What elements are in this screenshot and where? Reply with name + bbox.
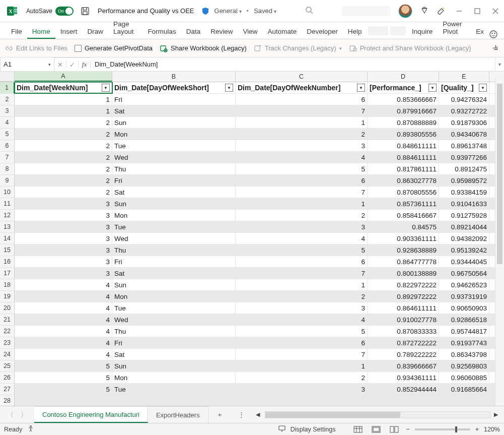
table-row[interactable]: 3Thu50.9286388890.95139242 — [15, 244, 504, 256]
cell[interactable]: 2 — [236, 291, 368, 302]
cell[interactable]: 3 — [236, 140, 368, 151]
cell[interactable]: 0.91041633 — [439, 198, 489, 209]
cell[interactable]: 0.91937743 — [439, 337, 489, 348]
cell[interactable]: Mon — [112, 372, 236, 383]
cell[interactable]: 0.903361111 — [368, 233, 439, 244]
table-row[interactable]: 2Tue30.8486111110.89613748 — [15, 140, 504, 152]
row-header[interactable]: 8 — [0, 163, 15, 175]
table-row[interactable]: 4Wed40.9100277780.92866518 — [15, 314, 504, 326]
row-header[interactable]: 15 — [0, 244, 15, 256]
cell[interactable]: 6 — [236, 94, 368, 105]
cell[interactable]: 7 — [236, 349, 368, 360]
row-header[interactable]: 6 — [0, 140, 15, 152]
cell[interactable]: 4 — [15, 326, 112, 337]
ribbon-more-icon[interactable] — [491, 43, 499, 53]
tab-data[interactable]: Data — [181, 25, 206, 39]
cell[interactable]: 3 — [15, 210, 112, 221]
cell[interactable]: Thu — [112, 244, 236, 256]
cell[interactable]: 4 — [236, 233, 368, 244]
scroll-right-icon[interactable]: ▶ — [494, 411, 500, 418]
cell[interactable]: Tue — [112, 302, 236, 314]
cell[interactable]: 3 — [15, 256, 112, 267]
table-row[interactable]: 3Sun10.8573611110.91041633 — [15, 198, 504, 210]
cell[interactable]: 0.95744817 — [439, 326, 489, 337]
table-row[interactable]: 2Fri60.8630277780.95989572 — [15, 175, 504, 187]
cell[interactable]: 0.822972222 — [368, 279, 439, 290]
horizontal-scrollbar[interactable]: ◀ ▶ — [252, 411, 504, 418]
cell[interactable]: Wed — [112, 233, 236, 244]
cell[interactable]: 0.893805556 — [368, 129, 439, 140]
cell[interactable]: 0.92569803 — [439, 360, 489, 371]
cell[interactable]: Wed — [112, 314, 236, 325]
cell[interactable]: 2 — [236, 129, 368, 140]
tab-placeholder[interactable] — [368, 26, 389, 35]
cell[interactable]: 0.910027778 — [368, 314, 439, 325]
edit-links-button[interactable]: Edit Links to Files — [5, 44, 67, 52]
zoom-out-icon[interactable]: − — [406, 426, 409, 433]
cell[interactable]: 4 — [15, 337, 112, 348]
filter-dropdown-icon[interactable]: ▼ — [225, 84, 233, 92]
row-header[interactable]: 23 — [0, 337, 15, 349]
cell[interactable]: 3 — [15, 233, 112, 244]
sheet-nav-prev-icon[interactable]: 〈 — [7, 410, 14, 419]
table-row[interactable]: 4Tue30.8646111110.90650903 — [15, 302, 504, 314]
cell[interactable]: 2 — [236, 372, 368, 383]
accessibility-icon[interactable] — [27, 425, 34, 433]
cell[interactable]: 0.852944444 — [368, 384, 439, 395]
row-header[interactable]: 1 — [0, 82, 15, 94]
cell[interactable]: 0.95139242 — [439, 244, 489, 256]
cell[interactable]: 7 — [236, 105, 368, 116]
view-page-break-icon[interactable] — [388, 425, 401, 434]
table-row[interactable] — [15, 395, 504, 407]
sheet-tab-other[interactable]: ExportHeaders — [148, 406, 208, 423]
cell[interactable]: 5 — [15, 372, 112, 383]
cell[interactable]: 0.93731919 — [439, 291, 489, 302]
sheet-nav-next-icon[interactable]: 〉 — [21, 410, 27, 419]
cell[interactable]: Sun — [112, 360, 236, 371]
row-header[interactable]: 13 — [0, 221, 15, 233]
table-row[interactable]: 3Wed40.9033611110.94382092 — [15, 233, 504, 244]
table-row[interactable]: 3Fri60.8647777780.93444045 — [15, 256, 504, 268]
row-header[interactable]: 20 — [0, 302, 15, 314]
cell[interactable]: 0.848611111 — [368, 140, 439, 151]
row-header[interactable]: 2 — [0, 94, 15, 105]
cell[interactable]: 5 — [236, 163, 368, 174]
column-header[interactable]: E — [439, 72, 489, 82]
name-box[interactable]: A1 ▾ — [0, 57, 54, 72]
cell[interactable]: 0.800138889 — [368, 268, 439, 279]
cell[interactable]: 6 — [236, 256, 368, 267]
cell[interactable]: 0.84575 — [368, 221, 439, 232]
tab-extra[interactable]: Ex — [471, 25, 489, 39]
cell[interactable]: 1 — [236, 117, 368, 128]
cell[interactable]: 4 — [15, 314, 112, 325]
cell[interactable]: 0.94276324 — [439, 94, 489, 105]
cell[interactable]: Sat — [112, 268, 236, 279]
cell[interactable]: 7 — [236, 268, 368, 279]
row-header[interactable]: 21 — [0, 314, 15, 326]
tab-inquire[interactable]: Inquire — [407, 25, 438, 39]
row-header[interactable]: 11 — [0, 198, 15, 210]
share-workbook-button[interactable]: Share Workbook (Legacy) — [160, 44, 247, 52]
cell[interactable]: 0.863027778 — [368, 175, 439, 186]
sensitivity-shield-icon[interactable] — [201, 7, 209, 15]
cell[interactable] — [439, 395, 489, 406]
cell[interactable]: 0.93977266 — [439, 152, 489, 163]
cell[interactable]: 0.93384159 — [439, 187, 489, 198]
display-settings-icon[interactable] — [278, 425, 285, 433]
cell[interactable]: 2 — [15, 117, 112, 128]
cell[interactable]: Sat — [112, 105, 236, 116]
table-row[interactable]: 4Sat70.7892222220.86343798 — [15, 349, 504, 360]
diamond-icon[interactable] — [420, 6, 428, 16]
row-header[interactable]: 26 — [0, 372, 15, 384]
table-row[interactable]: 5Mon20.9343611110.96060885 — [15, 372, 504, 384]
tab-help[interactable]: Help — [343, 25, 367, 39]
cell[interactable]: Fri — [112, 94, 236, 105]
cell[interactable]: Fri — [112, 337, 236, 348]
table-row[interactable]: 2Mon20.8938055560.94340678 — [15, 129, 504, 140]
tab-home[interactable]: Home — [27, 25, 55, 39]
row-header[interactable]: 19 — [0, 291, 15, 302]
row-header[interactable]: 14 — [0, 233, 15, 244]
cell[interactable]: Fri — [112, 256, 236, 267]
tab-power-pivot[interactable]: Power Pivot — [438, 17, 471, 39]
table-row[interactable]: 3Tue30.845750.89214044 — [15, 221, 504, 233]
